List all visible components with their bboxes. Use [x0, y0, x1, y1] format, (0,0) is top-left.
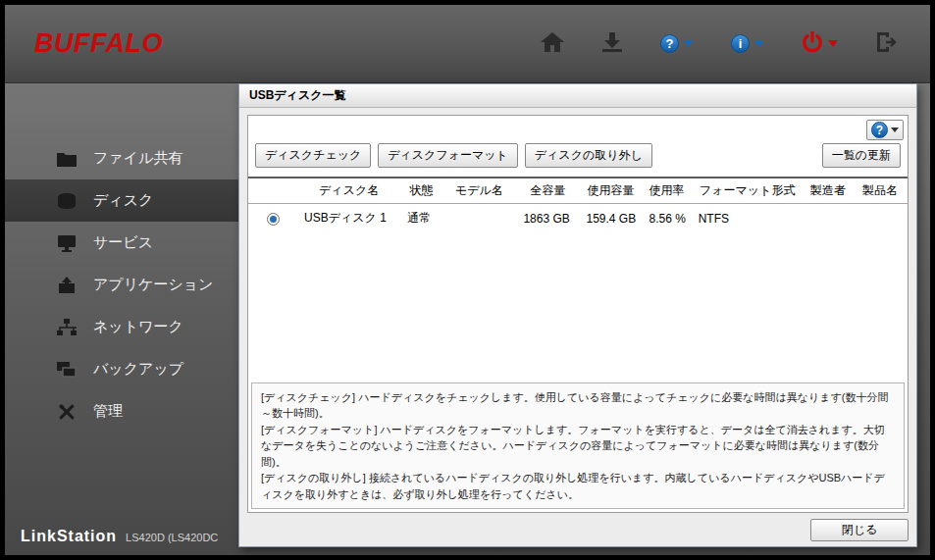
- sidebar: ファイル共有 ディスク サービス: [5, 137, 238, 433]
- buffalo-logo: BUFFALO: [34, 28, 163, 59]
- help-menu-button[interactable]: ?: [656, 30, 698, 57]
- table-header-row: ディスク名 状態 モデル名 全容量 使用容量 使用率 フォーマット形式 製造者 …: [248, 178, 908, 204]
- sidebar-item-network[interactable]: ネットワーク: [5, 306, 238, 348]
- logout-icon: [875, 32, 899, 55]
- folder-icon: [56, 151, 78, 167]
- cell-total: 1863 GB: [516, 204, 579, 233]
- cell-usage: 8.56 %: [643, 204, 692, 233]
- disk-select-radio[interactable]: [267, 213, 280, 226]
- device-model-label: LS420D (LS420DC: [126, 532, 218, 543]
- chevron-down-icon: [828, 40, 838, 47]
- info-menu-button[interactable]: i: [727, 30, 768, 57]
- column-header-disk-name: ディスク名: [297, 178, 400, 204]
- disk-table: ディスク名 状態 モデル名 全容量 使用容量 使用率 フォーマット形式 製造者 …: [248, 177, 908, 232]
- dialog-footer: 閉じる: [239, 513, 916, 546]
- chevron-down-icon: [891, 127, 899, 132]
- logout-button[interactable]: [871, 28, 903, 59]
- sidebar-item-label: サービス: [93, 233, 153, 252]
- note-disk-check: [ディスクチェック] ハードディスクをチェックします。使用している容量によってチ…: [261, 389, 895, 422]
- applications-icon: [56, 277, 78, 294]
- cell-used: 159.4 GB: [579, 204, 642, 233]
- help-icon: ?: [660, 34, 679, 53]
- cell-model: [442, 204, 516, 233]
- usb-disk-list-dialog: USBディスク一覧 ? ディスクチェック ディスクフォーマット デ: [238, 83, 917, 547]
- radio-column-header: [248, 178, 297, 204]
- cell-product: [853, 204, 908, 233]
- home-button[interactable]: [537, 28, 568, 59]
- main-area: ファイル共有 ディスク サービス: [5, 83, 930, 555]
- sidebar-item-label: ファイル共有: [93, 149, 182, 168]
- power-menu-button[interactable]: [798, 27, 842, 60]
- sidebar-item-management[interactable]: 管理: [5, 390, 238, 433]
- info-icon: i: [731, 34, 750, 53]
- column-header-manufacturer: 製造者: [804, 178, 853, 204]
- header-bar: BUFFALO ? i: [5, 5, 930, 83]
- sidebar-item-label: ネットワーク: [93, 318, 183, 336]
- column-header-model: モデル名: [442, 178, 516, 204]
- dialog-title: USBディスク一覧: [239, 84, 916, 108]
- disk-list-panel: ? ディスクチェック ディスクフォーマット ディスクの取り外し 一覧の更新: [247, 115, 909, 513]
- services-icon: [56, 234, 78, 252]
- column-header-total: 全容量: [516, 178, 579, 204]
- panel-help-row: ?: [248, 116, 908, 141]
- app-window: BUFFALO ? i: [0, 0, 935, 560]
- column-header-status: 状態: [400, 178, 442, 204]
- column-header-product: 製品名: [853, 178, 908, 204]
- note-disk-remove: [ディスクの取り外し] 接続されているハードディスクの取り外し処理を行います。内…: [261, 470, 895, 502]
- close-button[interactable]: 閉じる: [810, 519, 909, 541]
- header-icon-group: ? i: [537, 5, 903, 82]
- sidebar-item-label: 管理: [93, 402, 123, 421]
- sidebar-item-file-sharing[interactable]: ファイル共有: [5, 137, 238, 179]
- note-disk-format: [ディスクフォーマット] ハードディスクをフォーマットします。フォーマットを実行…: [261, 422, 895, 471]
- chevron-down-icon: [684, 40, 694, 47]
- cell-manufacturer: [804, 204, 853, 233]
- column-header-format: フォーマット形式: [692, 178, 804, 204]
- table-row: USBディスク 1 通常 1863 GB 159.4 GB 8.56 % NTF…: [248, 204, 908, 233]
- download-icon: [601, 32, 623, 55]
- home-icon: [541, 32, 564, 55]
- help-icon: ?: [871, 122, 888, 138]
- sidebar-item-disk[interactable]: ディスク: [5, 179, 238, 222]
- column-header-usage: 使用率: [643, 178, 692, 204]
- dialog-help-button[interactable]: ?: [866, 120, 904, 140]
- sidebar-item-label: アプリケーション: [93, 276, 213, 294]
- disk-icon: [56, 192, 78, 210]
- linkstation-logo: LinkStation: [21, 528, 117, 545]
- power-icon: [802, 31, 823, 56]
- backup-icon: [56, 361, 78, 379]
- sidebar-item-label: バックアップ: [93, 360, 183, 379]
- download-button[interactable]: [597, 28, 627, 59]
- tools-icon: [56, 403, 78, 421]
- cell-status: 通常: [400, 204, 442, 233]
- disk-help-notes: [ディスクチェック] ハードディスクをチェックします。使用している容量によってチ…: [251, 382, 905, 510]
- radio-dot: [270, 216, 277, 223]
- disk-toolbar: ディスクチェック ディスクフォーマット ディスクの取り外し 一覧の更新: [248, 141, 908, 168]
- cell-disk-name: USBディスク 1: [297, 204, 400, 233]
- disk-format-button[interactable]: ディスクフォーマット: [378, 143, 518, 168]
- column-header-used: 使用容量: [579, 178, 642, 204]
- sidebar-item-label: ディスク: [93, 191, 153, 210]
- disk-check-button[interactable]: ディスクチェック: [255, 143, 371, 168]
- app-inner: BUFFALO ? i: [5, 5, 930, 555]
- disk-remove-button[interactable]: ディスクの取り外し: [525, 143, 652, 168]
- chevron-down-icon: [754, 40, 764, 47]
- sidebar-item-applications[interactable]: アプリケーション: [5, 264, 238, 306]
- network-icon: [56, 319, 78, 336]
- refresh-list-button[interactable]: 一覧の更新: [822, 143, 901, 168]
- sidebar-item-services[interactable]: サービス: [5, 222, 238, 264]
- device-footer: LinkStation LS420D (LS420DC: [21, 528, 218, 545]
- sidebar-item-backup[interactable]: バックアップ: [5, 348, 238, 390]
- panel-spacer: [248, 232, 908, 380]
- cell-format: NTFS: [692, 204, 804, 233]
- dialog-body: ? ディスクチェック ディスクフォーマット ディスクの取り外し 一覧の更新: [239, 108, 916, 513]
